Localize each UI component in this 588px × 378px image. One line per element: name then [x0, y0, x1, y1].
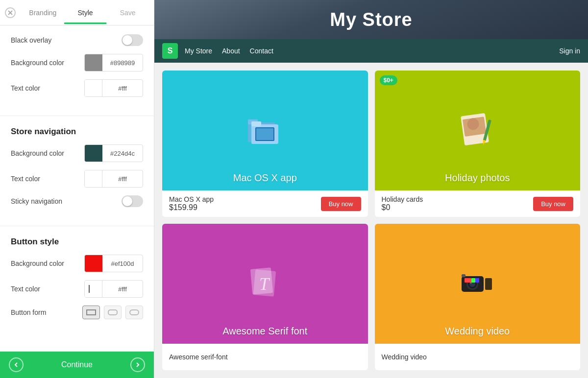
nav-link-mystore[interactable]: My Store	[185, 47, 212, 55]
svg-rect-28	[462, 274, 466, 277]
product-overlay-font: Awesome Serif font	[162, 326, 368, 337]
nav-text-color-input[interactable]: #fff	[84, 170, 143, 188]
forward-button[interactable]	[130, 357, 145, 372]
product-price-holiday: $0	[382, 203, 423, 212]
product-badge-holiday: $0+	[380, 75, 397, 85]
hero-text-color-label: Text color	[11, 84, 84, 92]
product-info-holiday: Holiday cards $0 Buy now	[375, 190, 581, 217]
hero-bg-color-input[interactable]: #898989	[84, 54, 143, 71]
button-style-section: Button style Background color #ef100d Te…	[0, 228, 154, 336]
product-card-wedding: Wedding video Wedding video	[375, 224, 581, 370]
nav-bg-color-row: Background color #224d4c	[11, 144, 143, 162]
bottom-bar: Continue	[0, 352, 154, 378]
close-button[interactable]	[5, 7, 16, 18]
btn-bg-swatch	[85, 255, 102, 272]
btn-bg-value: #ef100d	[102, 260, 143, 267]
product-card-font: T Awesome Serif font Awesome serif-font	[162, 224, 368, 370]
tab-style[interactable]: Style	[64, 2, 107, 24]
btn-form-rounded[interactable]	[104, 306, 122, 319]
svg-text:T: T	[259, 274, 270, 294]
product-title-font: Awesome serif-font	[169, 353, 228, 361]
nav-bg-swatch	[85, 144, 102, 162]
tabs-bar: Branding Style Save	[0, 0, 154, 25]
nav-links: My Store About Contact	[185, 47, 273, 55]
btn-text-value: #fff	[102, 285, 143, 293]
nav-signin[interactable]: Sign in	[559, 47, 580, 55]
product-thumb-font: T Awesome Serif font	[162, 224, 368, 344]
sticky-nav-row: Sticky navigation	[11, 195, 143, 207]
spacer	[0, 336, 154, 352]
hero-bg-color-label: Background color	[11, 59, 84, 67]
svg-rect-3	[108, 310, 117, 315]
mac-icon	[245, 114, 285, 148]
svg-rect-25	[465, 278, 471, 283]
product-overlay-mac: Mac OS X app	[162, 172, 368, 184]
product-card-holiday: $0+ Holiday photos Holiday cards $	[375, 71, 581, 217]
btn-bg-color-label: Background color	[11, 260, 84, 267]
btn-text-color-input[interactable]: #fff	[84, 280, 143, 298]
hero-bg-color-row: Background color #898989	[11, 54, 143, 71]
product-title-wedding: Wedding video	[382, 353, 427, 361]
buy-button-holiday[interactable]: Buy now	[533, 197, 573, 211]
toggle-knob	[122, 35, 132, 45]
btn-form-label: Button form	[11, 308, 82, 316]
black-overlay-row: Black overlay	[11, 34, 143, 46]
hero-text-color-input[interactable]: #fff	[84, 79, 143, 97]
product-info-mac: Mac OS X app $159.99 Buy now	[162, 190, 368, 217]
nav-bg-color-label: Background color	[11, 149, 84, 157]
btn-text-color-row: Text color #fff	[11, 280, 143, 298]
nav-text-value: #fff	[102, 175, 143, 183]
svg-rect-4	[130, 310, 139, 315]
sticky-nav-toggle[interactable]	[122, 195, 143, 207]
store-nav-section: Store navigation Background color #224d4…	[0, 118, 154, 224]
divider-1	[0, 116, 154, 116]
svg-rect-24	[485, 278, 492, 290]
tab-save[interactable]: Save	[106, 2, 149, 24]
nav-text-swatch	[85, 170, 102, 188]
hero-text-value: #fff	[102, 85, 143, 92]
store-preview: My Store S My Store About Contact Sign i…	[154, 0, 588, 378]
svg-rect-8	[251, 121, 261, 126]
hero-bg-value: #898989	[102, 59, 143, 67]
black-overlay-toggle[interactable]	[122, 34, 143, 46]
nav-text-color-label: Text color	[11, 175, 84, 183]
product-price-mac: $159.99	[169, 203, 214, 212]
continue-label: Continue	[24, 360, 130, 369]
product-info-wedding: Wedding video	[375, 344, 581, 370]
hero-banner: My Store	[154, 0, 588, 39]
settings-panel: Branding Style Save Black overlay Backgr…	[0, 0, 154, 378]
black-overlay-label: Black overlay	[11, 36, 122, 44]
products-grid: Mac OS X app Mac OS X app $159.99 Buy no…	[154, 63, 588, 378]
sticky-nav-label: Sticky navigation	[11, 197, 122, 205]
product-info-font: Awesome serif-font	[162, 344, 368, 370]
back-button[interactable]	[9, 357, 24, 372]
svg-rect-10	[256, 128, 273, 140]
hero-title: My Store	[330, 9, 412, 30]
divider-2	[0, 226, 154, 226]
btn-form-row: Button form	[11, 306, 143, 319]
buy-button-mac[interactable]: Buy now	[321, 197, 361, 211]
btn-bg-color-input[interactable]: #ef100d	[84, 255, 143, 272]
btn-bg-color-row: Background color #ef100d	[11, 255, 143, 272]
holiday-icon	[460, 112, 494, 149]
nav-link-contact[interactable]: Contact	[250, 47, 273, 55]
btn-text-color-label: Text color	[11, 285, 84, 293]
sticky-toggle-knob	[122, 196, 132, 206]
nav-text-color-row: Text color #fff	[11, 170, 143, 188]
product-thumb-holiday: $0+ Holiday photos	[375, 71, 581, 190]
wedding-icon	[458, 265, 497, 302]
product-overlay-wedding: Wedding video	[375, 326, 581, 337]
nav-link-about[interactable]: About	[222, 47, 240, 55]
product-thumb-mac: Mac OS X app	[162, 71, 368, 190]
store-nav-bar: S My Store About Contact Sign in	[154, 39, 588, 63]
btn-form-pill[interactable]	[125, 306, 143, 319]
tab-branding[interactable]: Branding	[22, 2, 64, 24]
btn-form-square[interactable]	[82, 306, 100, 319]
product-card-mac: Mac OS X app Mac OS X app $159.99 Buy no…	[162, 71, 368, 217]
product-overlay-holiday: Holiday photos	[375, 172, 581, 184]
nav-bg-color-input[interactable]: #224d4c	[84, 144, 143, 162]
store-nav-title: Store navigation	[11, 127, 143, 137]
store-logo: S	[162, 43, 178, 59]
hero-bg-swatch	[85, 54, 102, 71]
nav-bg-value: #224d4c	[102, 150, 143, 157]
